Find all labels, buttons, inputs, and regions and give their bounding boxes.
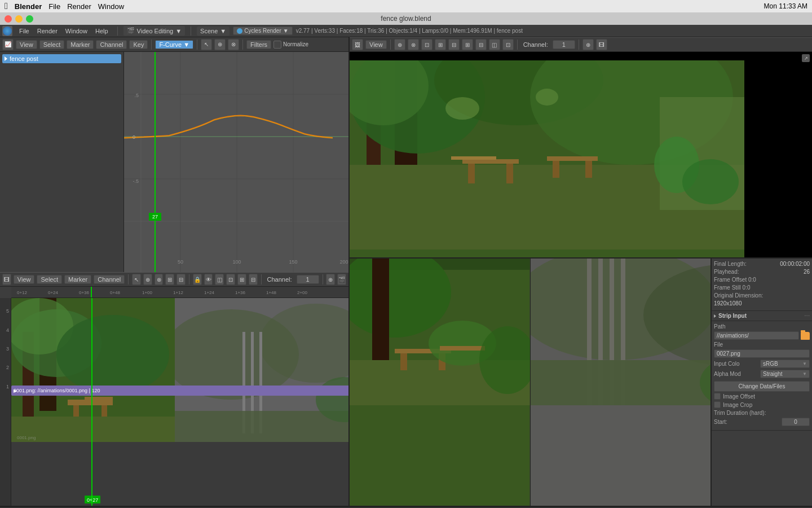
seq-view-btn[interactable]: View [14, 275, 35, 284]
prev-tool7[interactable]: ⊟ [475, 39, 487, 50]
svg-text:0+24: 0+24 [48, 290, 59, 295]
prev-tool2[interactable]: ⊗ [408, 39, 419, 50]
normalize-checkbox[interactable] [273, 41, 281, 49]
input-color-select[interactable]: sRGB ▼ [760, 360, 810, 368]
fcurve-item[interactable]: fence post [2, 54, 121, 63]
seq-eye[interactable]: 👁 [204, 274, 213, 285]
seq-tool6[interactable]: ◫ [215, 274, 224, 285]
pan-tool[interactable]: ⊗ [228, 39, 239, 50]
mode-arrow: ▼ [183, 41, 189, 48]
seq-playhead [91, 298, 92, 506]
fcurve-mode-btn[interactable]: F-Curve ▼ [155, 40, 193, 49]
trim-duration-label: Trim Duration (hard): [714, 410, 810, 416]
svg-rect-75 [350, 52, 744, 60]
workspace-selector[interactable]: 🎬 Video Editing ▼ [123, 26, 186, 36]
sequence-strip[interactable]: 0001.png: //animations/0001.png | 120 ◀ … [11, 386, 348, 396]
seq-select-btn[interactable]: Select [37, 275, 62, 284]
engine-selector[interactable]: Cycles Render ▼ [233, 27, 293, 35]
strip-input-header[interactable]: Strip Input ⋯ [712, 311, 812, 321]
seq-tool8[interactable]: ⊞ [237, 274, 246, 285]
seq-marker-btn[interactable]: Marker [64, 275, 91, 284]
seq-tool7[interactable]: ⊡ [226, 274, 235, 285]
fcurve-select-btn[interactable]: Select [39, 40, 65, 49]
app-name[interactable]: Blender [15, 2, 42, 11]
image-crop-checkbox[interactable] [714, 401, 721, 408]
path-field[interactable] [714, 331, 799, 340]
menu-file[interactable]: File [16, 27, 33, 36]
prev-tool4[interactable]: ⊞ [435, 39, 446, 50]
render-menu[interactable]: Render [67, 2, 91, 11]
svg-rect-67 [506, 164, 513, 183]
minimize-button[interactable] [15, 15, 23, 23]
prev-tool9[interactable]: ⊡ [502, 39, 514, 50]
fcurve-panel-icon[interactable]: 📈 [2, 39, 14, 50]
frame-still-label: Frame Still 0:0 [714, 284, 810, 291]
menu-render[interactable]: Render [34, 27, 61, 36]
zoom-tool[interactable]: ⊕ [214, 39, 226, 50]
preview-panel-icon[interactable]: 🖼 [352, 39, 363, 50]
prev-tool3[interactable]: ⊡ [421, 39, 433, 50]
menu-help[interactable]: Help [92, 27, 112, 36]
path-folder-icon[interactable] [801, 332, 810, 340]
seq-preview-toolbar: 🖼 View ⊕ ⊗ ⊡ ⊞ ⊟ ⊞ ⊟ ◫ ⊡ Channel: ⊕ 🎞 [350, 37, 812, 52]
fcurve-marker-btn[interactable]: Marker [67, 40, 94, 49]
start-field[interactable]: 0 [782, 418, 810, 426]
channel-input2[interactable] [553, 40, 575, 49]
fcurve-channel-btn[interactable]: Channel [96, 40, 127, 49]
seq-tool11[interactable]: 🎬 [337, 274, 346, 285]
scene-selector[interactable]: Scene ▼ [197, 27, 230, 36]
window-menu[interactable]: Window [98, 2, 124, 11]
close-button[interactable] [5, 15, 12, 23]
strip-info: Final Length: 00:00:02:00 Playhead: 26 F… [712, 259, 812, 311]
fcurve-view-btn[interactable]: View [16, 40, 37, 49]
prev-tool8[interactable]: ◫ [489, 39, 500, 50]
main-menu[interactable]: File Render Window Help [16, 27, 112, 36]
seq-tool2[interactable]: ⊕ [143, 274, 152, 285]
file-menu[interactable]: File [48, 2, 60, 11]
track-content[interactable]: 0001.png [11, 298, 348, 506]
frame-indicator: 0+27 [85, 496, 100, 503]
change-data-btn[interactable]: Change Data/Files [714, 381, 810, 392]
svg-rect-40 [85, 397, 113, 401]
image-crop-row: Image Crop [714, 401, 810, 408]
svg-rect-50 [175, 411, 348, 442]
prev-tool1[interactable]: ⊕ [394, 39, 405, 50]
fcurve-graph[interactable]: 0 27 50 100 150 200 .5 -.5 [124, 52, 348, 272]
bottom-area: ⏱ View Select Marker Frame Playback ⟳ 🔒 … [0, 506, 812, 508]
svg-text:2+00: 2+00 [297, 290, 308, 295]
fcurve-key-btn[interactable]: Key [129, 40, 148, 49]
image-offset-row: Image Offset [714, 393, 810, 400]
seq-panel-icon[interactable]: 🎞 [2, 274, 11, 285]
menu-window[interactable]: Window [62, 27, 91, 36]
color-arrow: ▼ [802, 361, 807, 366]
sequencer-area[interactable]: 0+12 0+24 0+36 0+48 1+00 1+12 1+24 1+36 … [0, 287, 348, 506]
prev-tool6[interactable]: ⊞ [462, 39, 473, 50]
seq-tool5[interactable]: ⊟ [176, 274, 186, 285]
scene-expand: ▼ [220, 28, 226, 34]
normalize-toggle[interactable]: Normalize [273, 41, 308, 49]
prev-tool5[interactable]: ⊟ [448, 39, 460, 50]
seq-channel-btn[interactable]: Channel [94, 275, 125, 284]
image-offset-checkbox[interactable] [714, 393, 721, 400]
channel-input[interactable] [297, 275, 319, 284]
filters-btn[interactable]: Filters [246, 40, 271, 49]
alpha-mod-select[interactable]: Straight ▼ [760, 370, 810, 378]
seq-tool1[interactable]: ↖ [132, 274, 141, 285]
seq-tool4[interactable]: ⊞ [165, 274, 174, 285]
svg-rect-68 [451, 156, 496, 160]
alpha-mod-val: Straight [763, 371, 782, 377]
maximize-button[interactable] [26, 15, 33, 23]
seq-tool9[interactable]: ⊟ [249, 274, 258, 285]
seq-tool3[interactable]: ⊗ [155, 274, 164, 285]
prev-tool10[interactable]: ⊕ [582, 39, 594, 50]
prev-tool11[interactable]: 🎞 [596, 39, 607, 50]
svg-rect-82 [400, 353, 407, 370]
seq-tool10[interactable]: ⊕ [326, 274, 335, 285]
window-controls[interactable] [5, 15, 33, 23]
select-tool[interactable]: ↖ [201, 39, 212, 50]
prev-view-btn[interactable]: View [365, 40, 387, 49]
seq-lock[interactable]: 🔒 [193, 274, 202, 285]
file-field[interactable] [714, 349, 810, 358]
apple-menu[interactable]:  [5, 1, 8, 11]
expand-btn[interactable]: ↗ [802, 54, 810, 62]
